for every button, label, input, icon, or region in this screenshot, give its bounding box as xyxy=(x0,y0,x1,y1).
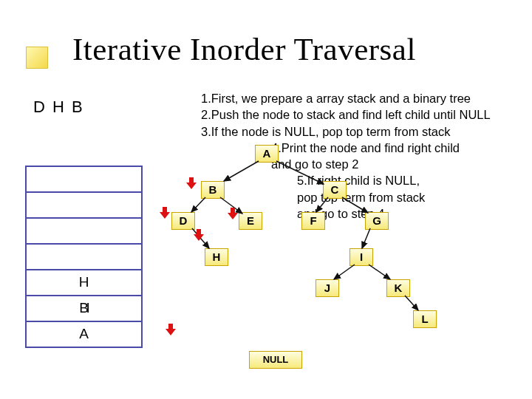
tree-node-D: D xyxy=(171,212,195,230)
step-4a: 4.Print the node and find right child xyxy=(271,140,491,156)
stack-cell xyxy=(25,217,143,245)
stack-cell xyxy=(25,166,143,193)
title-bullet-icon xyxy=(26,47,48,69)
tree-node-G: G xyxy=(365,212,389,230)
tree-node-I: I xyxy=(349,248,373,266)
arrow-down-icon xyxy=(194,229,204,241)
arrow-down-icon xyxy=(228,208,238,219)
stack-cell: B I xyxy=(25,295,143,322)
tree-node-F: F xyxy=(301,212,325,230)
stack-cell: A xyxy=(25,321,143,348)
arrow-down-icon xyxy=(166,324,176,335)
traversal-output: D H B xyxy=(33,98,84,117)
step-5c: and go to step 4 xyxy=(297,205,491,222)
tree-node-H: H xyxy=(205,248,228,266)
tree-node-NULL: NULL xyxy=(249,351,302,369)
svg-line-7 xyxy=(362,228,370,248)
tree-node-K: K xyxy=(386,279,410,297)
step-4b: and go to step 2 xyxy=(271,156,491,172)
slide: Iterative Inorder Traversal D H B 1.Firs… xyxy=(0,0,532,399)
stack-cell xyxy=(25,191,143,219)
stack-cell: H xyxy=(25,269,143,296)
stack-overlay-text: I xyxy=(86,296,90,319)
algorithm-steps: 1.First, we prepare a array stack and a … xyxy=(201,90,491,222)
arrow-down-icon xyxy=(186,177,197,189)
tree-node-E: E xyxy=(239,212,262,230)
stack: H B I A xyxy=(25,167,143,348)
svg-line-9 xyxy=(369,265,390,279)
step-3: 3.If the node is NULL, pop top term from… xyxy=(201,123,491,140)
tree-node-C: C xyxy=(323,181,347,199)
tree-node-L: L xyxy=(413,310,437,328)
tree-node-A: A xyxy=(255,145,279,163)
step-2: 2.Push the node to stack and find left c… xyxy=(201,106,491,123)
arrow-down-icon xyxy=(160,207,170,219)
step-1: 1.First, we prepare a array stack and a … xyxy=(201,90,491,106)
svg-line-10 xyxy=(405,296,418,310)
svg-line-8 xyxy=(334,265,355,279)
page-title: Iterative Inorder Traversal xyxy=(72,31,416,67)
stack-cell xyxy=(25,243,143,270)
tree-node-B: B xyxy=(201,181,225,199)
tree-node-J: J xyxy=(316,279,339,297)
